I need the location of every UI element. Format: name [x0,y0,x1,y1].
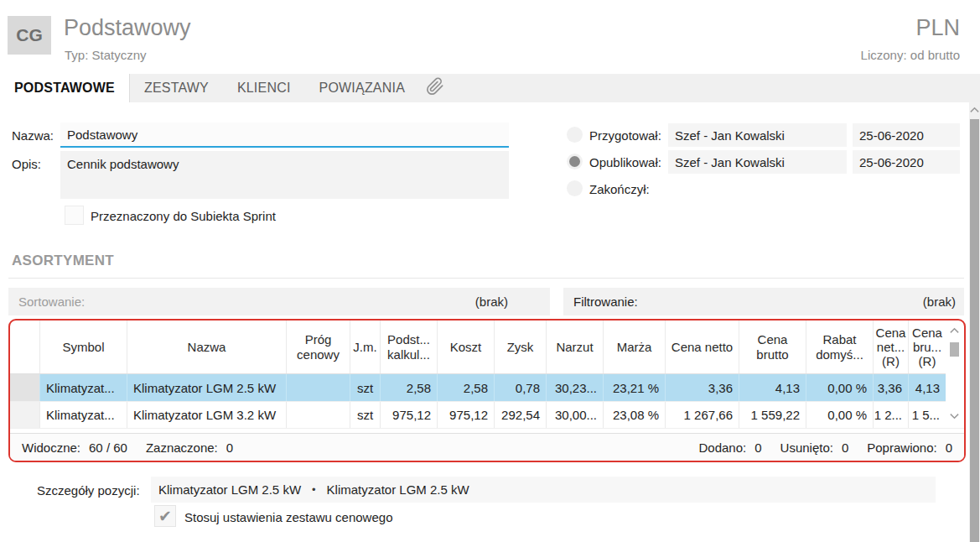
opublikowal-date-input[interactable]: 25-06-2020 [853,150,960,174]
details-secondary: Klimatyzator LGM 2.5 kW [327,482,469,497]
cell-cena-brutto[interactable]: 4,13 [739,374,806,401]
cell-zysk[interactable]: 0,78 [495,374,547,401]
grid-header-cena-brutto-r[interactable]: Cena bru... (R) [909,321,946,373]
nazwa-label: Nazwa: [12,128,54,143]
grid-header-jm[interactable]: J.m. [350,321,381,373]
grid-scrollbar-thumb[interactable] [950,342,959,357]
page-scrollbar[interactable] [969,102,980,542]
table-row-selected[interactable]: Klimatyzat... Klimatyzator LGM 2.5 kW sz… [10,374,946,401]
cell-podstawa[interactable]: 2,58 [381,374,438,401]
cell-jm[interactable]: szt [350,374,381,401]
opis-input[interactable]: Cennik podstawowy [60,151,509,199]
scroll-up-icon[interactable] [949,326,960,336]
grid-header-cena-netto-r[interactable]: Cena net... (R) [874,321,909,373]
pricelist-badge: CG [8,16,51,55]
cell-jm[interactable]: szt [350,402,381,428]
checkmark-icon: ✔ [158,508,172,524]
cell-narzut[interactable]: 30,00... [547,402,604,428]
opublikowal-label: Opublikował: [589,155,661,169]
assortment-grid-highlighted: Symbol Nazwa Próg cenowy J.m. Podst... k… [8,319,966,462]
cell-cena-netto-r[interactable]: 1 2... [874,402,909,428]
grid-scrollbar[interactable] [948,324,961,433]
nazwa-input[interactable]: Podstawowy [60,122,509,148]
zestaw-settings-label: Stosuj ustawienia zestawu cenowego [184,510,392,524]
grid-header-cena-brutto[interactable]: Cena brutto [739,321,806,373]
cell-symbol[interactable]: Klimatyzat... [40,374,127,401]
opublikowal-name-input[interactable]: Szef - Jan Kowalski [668,150,847,174]
filter-bar[interactable]: Filtrowanie: (brak) [563,288,964,315]
opis-label: Opis: [12,157,41,171]
cell-cena-brutto-r[interactable]: 4,13 [909,374,946,401]
tab-podstawowe[interactable]: PODSTAWOWE [0,74,130,102]
grid-header-nazwa[interactable]: Nazwa [127,321,287,373]
cell-symbol[interactable]: Klimatyzat... [40,402,127,428]
cell-rabat[interactable]: 0,00 % [806,374,874,401]
grid-header-marza[interactable]: Marża [604,321,666,373]
scroll-down-icon[interactable] [949,410,960,421]
grid-status-bar: Widoczne: 60 / 60 Zaznaczone: 0 Dodano: … [10,433,964,461]
grid-header-koszt[interactable]: Koszt [438,321,495,373]
cell-cena-brutto-r[interactable]: 1 5... [909,402,946,428]
grid-header-rabat-domyslny[interactable]: Rabat domyś... [806,321,874,373]
przygotowal-radio[interactable] [567,127,583,143]
cell-rabat[interactable]: 0,00 % [806,402,874,428]
cell-nazwa[interactable]: Klimatyzator LGM 2.5 kW [127,374,287,401]
sprint-checkbox[interactable] [65,206,84,225]
cell-marza[interactable]: 23,21 % [604,374,666,401]
bullet-separator: • [312,483,316,496]
grid-header-prog-cenowy[interactable]: Próg cenowy [287,321,350,373]
cell-cena-netto[interactable]: 3,36 [666,374,739,401]
currency-label: PLN [915,15,960,41]
grid-header-podstawa-kalkulacji[interactable]: Podst... kalkul... [381,321,438,373]
tab-powiazania[interactable]: POWIĄZANIA [305,74,419,102]
cell-cena-netto[interactable]: 1 267,66 [666,402,739,428]
cell-koszt[interactable]: 2,58 [438,374,495,401]
przygotowal-name-input[interactable]: Szef - Jan Kowalski [668,123,847,147]
partial-row [10,428,964,432]
cell-cena-netto-r[interactable]: 3,36 [874,374,909,401]
sort-bar[interactable]: Sortowanie: (brak) [8,288,550,315]
cell-podstawa[interactable]: 975,12 [381,402,438,428]
sort-value: (brak) [475,294,508,309]
widoczne-value: 60 / 60 [89,440,127,455]
grid-header-zysk[interactable]: Zysk [495,321,547,373]
page-title: Podstawowy [64,15,191,41]
cell-prog[interactable] [287,402,350,428]
page-scroll-up-icon[interactable] [969,105,980,116]
radio-dot [569,156,580,167]
cell-prog[interactable] [287,374,350,401]
tab-klienci[interactable]: KLIENCI [223,74,305,102]
cell-nazwa[interactable]: Klimatyzator LGM 3.2 kW [127,402,287,428]
grid-header-symbol[interactable]: Symbol [40,321,127,373]
pricelist-type: Typ: Statyczny [65,48,147,62]
cell-zysk[interactable]: 292,54 [495,402,547,428]
grid-header-narzut[interactable]: Narzut [547,321,604,373]
paperclip-icon [426,77,444,99]
attachment-tab[interactable] [419,74,451,102]
zestaw-settings-checkbox[interactable]: ✔ [154,505,176,527]
przygotowal-date-input[interactable]: 25-06-2020 [853,123,960,147]
filter-label: Filtrowanie: [563,294,638,309]
asortyment-section-title: ASORTYMENT [12,253,114,269]
opublikowal-radio[interactable] [567,154,583,169]
page-scrollbar-thumb[interactable] [970,119,979,542]
details-label: Szczegóły pozycji: [37,483,140,498]
row-indicator[interactable] [10,374,40,401]
section-divider [8,278,964,279]
cell-koszt[interactable]: 975,12 [438,402,495,428]
grid-header-row: Symbol Nazwa Próg cenowy J.m. Podst... k… [10,321,946,374]
poprawiono-value: 0 [946,440,952,455]
dodano-value: 0 [754,440,761,455]
header: CG Podstawowy Typ: Statyczny PLN Liczony… [0,0,980,74]
zakonczyl-label: Zakończył: [589,182,650,196]
sort-label: Sortowanie: [8,294,85,309]
cell-cena-brutto[interactable]: 1 559,22 [739,402,806,428]
zakonczyl-radio[interactable] [567,180,583,196]
cell-marza[interactable]: 23,08 % [604,402,666,428]
grid-header-cena-netto[interactable]: Cena netto [666,321,739,373]
table-row[interactable]: Klimatyzat... Klimatyzator LGM 3.2 kW sz… [10,401,946,428]
tab-zestawy[interactable]: ZESTAWY [130,74,223,102]
row-indicator[interactable] [10,402,40,428]
cell-narzut[interactable]: 30,23... [547,374,604,401]
details-input[interactable]: Klimatyzator LGM 2.5 kW • Klimatyzator L… [151,477,936,503]
